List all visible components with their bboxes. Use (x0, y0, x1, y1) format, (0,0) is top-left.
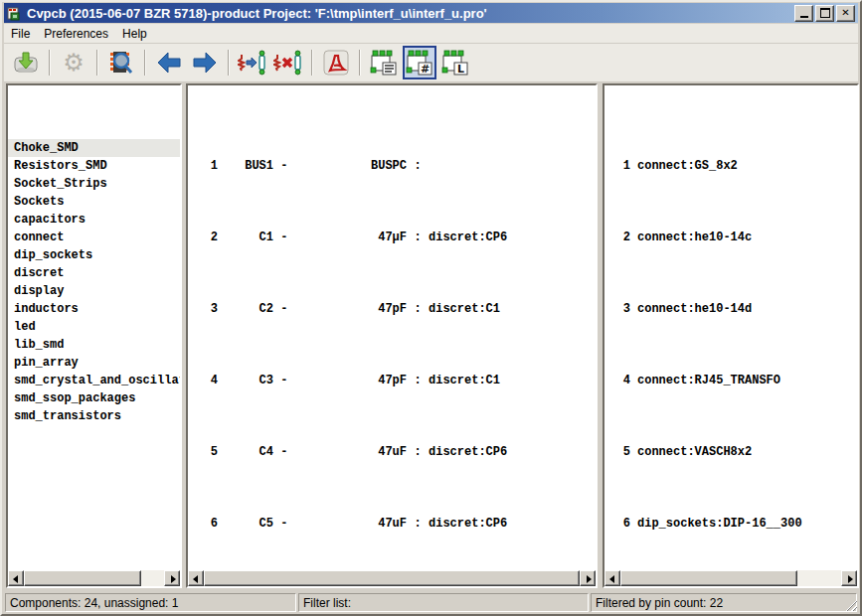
library-item[interactable]: smd_ssop_packages (8, 389, 180, 407)
component-row[interactable]: 5 C4 - 47uF : discret:CP6 (188, 443, 596, 461)
library-item[interactable]: Resistors_SMD (8, 157, 180, 175)
library-item[interactable]: Sockets (8, 193, 180, 211)
value-colon: : (407, 229, 429, 246)
scroll-thumb[interactable] (204, 570, 580, 586)
scroll-left-arrow-icon[interactable] (188, 570, 204, 586)
footprint-list: 1 connect:GS_8x2 2 connect:he10-14c 3 co… (604, 85, 857, 570)
status-bar: Components: 24, unassigned: 1 Filter lis… (4, 591, 858, 614)
library-item[interactable]: smd_transistors (8, 407, 180, 425)
library-item[interactable]: Socket_Strips (8, 175, 180, 193)
menu-bar: FilePreferencesHelp (4, 24, 858, 44)
value-colon: : (407, 157, 429, 175)
value-colon: : (407, 300, 429, 318)
library-item[interactable]: led (8, 318, 180, 336)
pdf-datasheet-button[interactable] (319, 46, 353, 79)
value-colon: : (407, 443, 429, 461)
toolbar-separator (49, 50, 51, 76)
footprint-row[interactable]: 5 connect:VASCH8x2 (604, 443, 857, 461)
ref-dash: - (273, 157, 287, 175)
filter-library-icon: L (440, 48, 470, 77)
component-row[interactable]: 1 BUS1 - BUSPC : (188, 157, 596, 175)
ref-dash: - (273, 300, 287, 318)
previous-component-button[interactable] (152, 46, 186, 79)
toolbar-separator (96, 50, 98, 76)
scroll-right-arrow-icon[interactable] (841, 570, 857, 586)
delete-association-icon (273, 49, 303, 77)
filter-by-library-button[interactable]: L (438, 46, 472, 79)
delete-associations-button[interactable] (271, 46, 305, 79)
menu-item[interactable]: File (4, 25, 37, 43)
footprint-row[interactable]: 4 connect:RJ45_TRANSFO (604, 372, 857, 389)
library-item[interactable]: lib_smd (8, 336, 180, 354)
cvpcb-app-icon (7, 5, 23, 21)
next-component-button[interactable] (188, 46, 222, 79)
library-hscrollbar[interactable] (8, 570, 180, 586)
filter-by-keyword-button[interactable] (367, 46, 401, 79)
library-item[interactable]: pin_array (8, 354, 180, 372)
library-item[interactable]: inductors (8, 300, 180, 318)
menu-item[interactable]: Preferences (37, 25, 115, 43)
auto-associate-button[interactable] (236, 46, 269, 79)
footprint-row[interactable]: 1 connect:GS_8x2 (604, 157, 857, 175)
svg-text:#: # (421, 63, 430, 76)
ref-dash: - (273, 443, 287, 461)
maximize-button[interactable] (815, 5, 834, 22)
scroll-right-arrow-icon[interactable] (580, 570, 596, 586)
arrow-right-icon (191, 49, 219, 77)
toolbar-separator (359, 50, 361, 76)
titlebar: Cvpcb (2015-06-07 BZR 5718)-product Proj… (4, 3, 858, 23)
scroll-track[interactable] (797, 570, 841, 586)
library-list-panel: Choke_SMDResistors_SMDSocket_StripsSocke… (6, 83, 182, 588)
close-button[interactable] (836, 5, 855, 22)
library-item[interactable]: discret (8, 264, 180, 282)
scroll-track[interactable] (141, 570, 164, 586)
menu-item[interactable]: Help (115, 25, 154, 43)
toolbar-separator (311, 50, 313, 76)
library-item[interactable]: Choke_SMD (8, 139, 180, 157)
footprint-row[interactable]: 6 dip_sockets:DIP-16__300 (604, 515, 857, 533)
component-row[interactable]: 3 C2 - 47pF : discret:C1 (188, 300, 596, 318)
svg-text:L: L (457, 63, 464, 76)
value-colon: : (407, 515, 429, 533)
library-item[interactable]: dip_sockets (8, 246, 180, 264)
footprint-list-panel: 1 connect:GS_8x2 2 connect:he10-14c 3 co… (603, 83, 859, 588)
value-colon: : (407, 372, 429, 389)
scroll-thumb[interactable] (24, 570, 141, 586)
library-item[interactable]: connect (8, 229, 180, 246)
scroll-left-arrow-icon[interactable] (604, 570, 620, 586)
ref-dash: - (273, 515, 287, 533)
library-item[interactable]: display (8, 282, 180, 300)
toolbar-separator (228, 50, 230, 76)
library-item[interactable]: capacitors (8, 211, 180, 229)
component-row[interactable]: 6 C5 - 47uF : discret:CP6 (188, 515, 596, 533)
library-item[interactable]: smd_crystal_and_oscillat (8, 372, 180, 389)
window-title: Cvpcb (2015-06-07 BZR 5718)-product Proj… (27, 6, 788, 21)
status-filter-list: Filter list: (298, 593, 589, 612)
cvpcb-window: Cvpcb (2015-06-07 BZR 5718)-product Proj… (0, 0, 862, 616)
component-hscrollbar[interactable] (188, 570, 596, 586)
auto-associate-icon (238, 49, 267, 77)
footprint-row[interactable]: 3 connect:he10-14d (604, 300, 857, 318)
scroll-left-arrow-icon[interactable] (8, 570, 24, 586)
save-netlist-button[interactable] (9, 46, 43, 79)
view-footprint-button[interactable] (104, 46, 138, 79)
footprint-hscrollbar[interactable] (604, 570, 857, 586)
component-row[interactable]: 2 C1 - 47µF : discret:CP6 (188, 229, 596, 246)
filter-keyword-icon (369, 48, 399, 77)
component-list-panel: 1 BUS1 - BUSPC : 2 C1 - 47µF : discret:C… (186, 83, 598, 588)
gear-icon: ⚙ (63, 51, 85, 75)
footprint-magnifier-icon (107, 49, 135, 77)
arrow-left-icon (155, 49, 183, 77)
toolbar: ⚙ (4, 44, 858, 82)
ref-dash: - (273, 229, 287, 246)
configure-button[interactable]: ⚙ (57, 46, 90, 79)
scroll-thumb[interactable] (620, 570, 797, 586)
ref-dash: - (273, 372, 287, 389)
filter-pin-count-icon: # (405, 48, 434, 77)
filter-by-pin-count-button[interactable]: # (403, 46, 436, 79)
scroll-right-arrow-icon[interactable] (164, 570, 180, 586)
library-list: Choke_SMDResistors_SMDSocket_StripsSocke… (8, 85, 180, 570)
footprint-row[interactable]: 2 connect:he10-14c (604, 229, 857, 246)
component-row[interactable]: 4 C3 - 47pF : discret:C1 (188, 372, 596, 389)
minimize-button[interactable] (794, 5, 813, 22)
